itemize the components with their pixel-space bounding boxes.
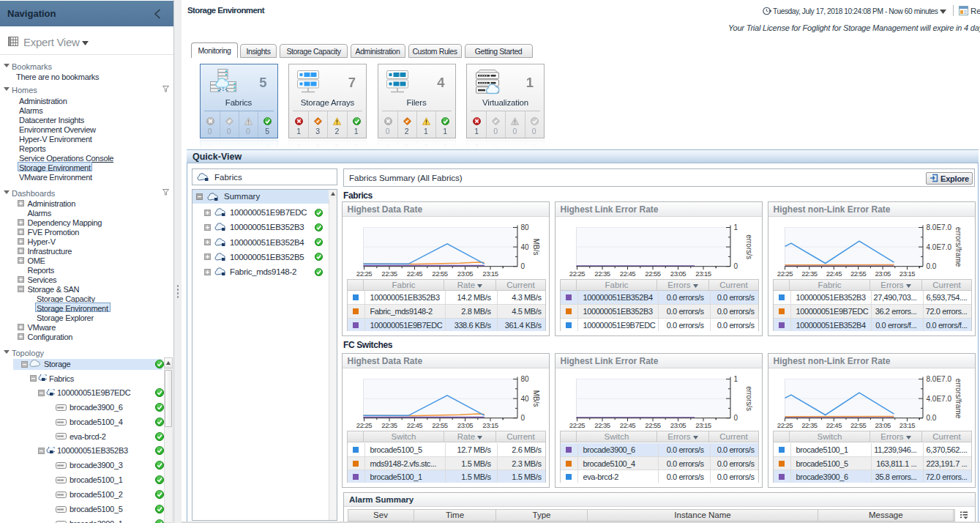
svg-text:22:55: 22:55	[645, 421, 660, 429]
svg-text:23:05: 23:05	[457, 421, 472, 429]
svg-text:errors/frame: errors/frame	[954, 226, 962, 267]
svg-text:MB/s: MB/s	[531, 238, 539, 255]
svg-text:0: 0	[733, 414, 738, 422]
svg-text:22:25: 22:25	[777, 270, 792, 278]
svg-text:22:35: 22:35	[381, 421, 397, 429]
svg-text:23:05: 23:05	[670, 421, 685, 429]
svg-text:4.0E7.0: 4.0E7.0	[926, 395, 951, 403]
svg-text:22:55: 22:55	[432, 270, 447, 278]
svg-text:22:25: 22:25	[356, 270, 371, 278]
svg-text:22:25: 22:25	[777, 421, 792, 429]
svg-text:40: 40	[520, 242, 529, 251]
svg-text:22:25: 22:25	[569, 270, 584, 278]
svg-text:22:45: 22:45	[619, 270, 635, 278]
svg-text:0.0: 0.0	[926, 262, 936, 270]
svg-text:22:25: 22:25	[356, 421, 371, 429]
svg-text:8.0E7.0: 8.0E7.0	[926, 223, 951, 231]
svg-text:23:15: 23:15	[695, 270, 711, 278]
svg-text:22:55: 22:55	[432, 421, 447, 429]
svg-text:23:15: 23:15	[482, 270, 498, 278]
svg-text:22:45: 22:45	[406, 270, 422, 278]
svg-text:errors/s: errors/s	[744, 386, 752, 411]
svg-text:22:35: 22:35	[594, 421, 610, 429]
svg-text:22:45: 22:45	[826, 270, 841, 278]
svg-text:22:35: 22:35	[381, 270, 397, 278]
svg-text:80: 80	[520, 223, 529, 231]
svg-text:22:55: 22:55	[645, 270, 660, 278]
svg-text:0: 0	[520, 262, 525, 270]
svg-text:22:55: 22:55	[850, 270, 866, 278]
svg-text:0.0: 0.0	[926, 414, 936, 422]
svg-text:23:15: 23:15	[899, 270, 914, 278]
svg-text:23:15: 23:15	[695, 421, 711, 429]
svg-text:23:05: 23:05	[457, 270, 472, 278]
svg-text:23:15: 23:15	[482, 421, 498, 429]
svg-text:0: 0	[520, 414, 525, 422]
svg-text:errors/s: errors/s	[744, 234, 752, 259]
svg-text:23:05: 23:05	[670, 270, 685, 278]
svg-text:1: 1	[733, 223, 738, 231]
svg-text:22:35: 22:35	[594, 270, 610, 278]
svg-text:1: 1	[733, 375, 738, 383]
svg-text:23:05: 23:05	[875, 421, 890, 429]
svg-text:MB/s: MB/s	[531, 390, 539, 407]
svg-text:22:25: 22:25	[569, 421, 584, 429]
svg-text:80: 80	[520, 375, 529, 383]
svg-text:23:05: 23:05	[875, 270, 890, 278]
svg-text:8.0E7.0: 8.0E7.0	[926, 375, 951, 383]
svg-text:errors/frame: errors/frame	[954, 379, 962, 419]
svg-text:40: 40	[520, 395, 529, 403]
svg-text:22:45: 22:45	[619, 421, 635, 429]
svg-text:22:45: 22:45	[826, 421, 841, 429]
svg-text:22:55: 22:55	[850, 421, 866, 429]
svg-text:22:35: 22:35	[801, 421, 817, 429]
svg-text:22:45: 22:45	[406, 421, 422, 429]
svg-text:22:35: 22:35	[801, 270, 817, 278]
svg-text:0: 0	[733, 262, 738, 270]
svg-text:4.0E7.0: 4.0E7.0	[926, 242, 951, 251]
svg-text:23:15: 23:15	[899, 421, 914, 429]
